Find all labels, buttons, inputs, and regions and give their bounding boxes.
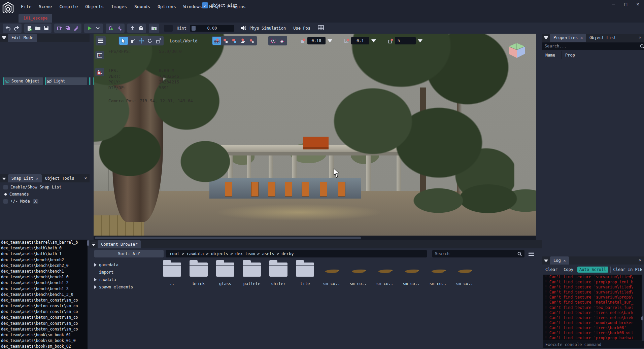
move-step-icon[interactable] bbox=[299, 37, 307, 45]
chevron-down-icon[interactable] bbox=[371, 39, 376, 42]
snap-list-item[interactable]: dex_team\asets\book\sm_book_02 bbox=[0, 344, 88, 349]
snap-face-icon[interactable] bbox=[239, 37, 247, 45]
use-pos-toggle[interactable]: Use Pos bbox=[293, 26, 310, 31]
view-options-icon[interactable] bbox=[529, 252, 534, 256]
snap-list-item[interactable]: dex_team\asets\bench\bench1 bbox=[0, 269, 88, 274]
viewport-menu-icon[interactable] bbox=[96, 37, 105, 45]
folder-tile[interactable]: tile bbox=[295, 259, 315, 286]
asset-sm-co[interactable]: sm_co.. bbox=[401, 259, 422, 286]
rotate-icon[interactable] bbox=[145, 37, 154, 45]
snap-list-item[interactable]: dex_team\asets\beton_constr\sm_co bbox=[0, 321, 88, 326]
object-add-icon[interactable] bbox=[107, 25, 115, 32]
expand-arrow-icon[interactable] bbox=[94, 285, 97, 289]
angle-step-icon[interactable] bbox=[342, 37, 351, 45]
bbox-select-icon[interactable] bbox=[269, 37, 278, 45]
scrollbar-thumb[interactable] bbox=[95, 237, 361, 239]
tab-snap-list[interactable]: Snap List✕ bbox=[8, 174, 42, 182]
save-icon[interactable] bbox=[42, 25, 50, 32]
select-icon[interactable] bbox=[119, 37, 128, 45]
snap-list-item[interactable]: dex_team\asets\beton_constr\sm_co bbox=[0, 315, 88, 320]
object-drop-icon[interactable] bbox=[115, 25, 124, 32]
log-output[interactable]: ! Can't find texture 'survarium\tiled\! … bbox=[543, 275, 642, 341]
ghost-icon[interactable] bbox=[137, 25, 145, 32]
checkbox-icon[interactable] bbox=[3, 185, 8, 189]
file-list-scrollbar[interactable] bbox=[87, 240, 89, 246]
sort-button[interactable]: Sort: A→Z bbox=[94, 250, 164, 257]
expand-arrow-icon[interactable] bbox=[94, 263, 97, 267]
scale-step-value[interactable]: 5 bbox=[395, 37, 416, 44]
snap-list-item[interactable]: dex_team\asets\beton_constr\sm_co bbox=[0, 326, 88, 332]
tab-close-icon[interactable]: ✕ bbox=[564, 258, 566, 263]
new-file-icon[interactable] bbox=[25, 25, 34, 32]
asset-sm-co[interactable]: sm_co.. bbox=[428, 259, 448, 286]
hint-toggle-box[interactable] bbox=[164, 25, 173, 32]
menu-options[interactable]: Options bbox=[158, 4, 176, 9]
open-folder-icon[interactable] bbox=[34, 25, 42, 32]
commands-item[interactable]: Commands bbox=[3, 192, 90, 197]
snap-vertex-icon[interactable] bbox=[230, 37, 239, 45]
log-autoscroll-button[interactable]: Auto Scroll bbox=[577, 267, 608, 273]
breadcrumb[interactable]: root > rawdata > objects > dex_team > as… bbox=[166, 250, 427, 257]
scale-icon[interactable] bbox=[154, 37, 163, 45]
snap-list-item[interactable]: dex_team\asets\bench\bench1_3_0 bbox=[0, 292, 88, 298]
close-button[interactable]: ✕ bbox=[637, 1, 639, 7]
menu-images[interactable]: Images bbox=[111, 4, 127, 9]
phys-simulation-toggle[interactable]: Phys Simulation bbox=[240, 26, 286, 31]
snap-list-item[interactable]: dex_team\asets\bench\bench1_2 bbox=[0, 280, 88, 286]
plane-select-icon[interactable] bbox=[278, 37, 286, 45]
panel-close-icon[interactable]: ✕ bbox=[639, 35, 641, 40]
collapse-icon[interactable] bbox=[2, 177, 6, 180]
axis-gizmo-cube[interactable] bbox=[507, 42, 526, 59]
chevron-down-icon[interactable] bbox=[418, 39, 422, 42]
expand-arrow-icon[interactable] bbox=[94, 278, 97, 281]
menu-scene[interactable]: Scene bbox=[39, 4, 52, 9]
snap-list-item[interactable]: dex_team\asets\bench\becnh2 bbox=[0, 257, 88, 263]
collapse-icon[interactable] bbox=[92, 243, 96, 246]
chevron-down-icon[interactable] bbox=[328, 39, 332, 42]
snap-list-item[interactable]: dex_team\asets\beton_constr\sm_co bbox=[0, 309, 88, 315]
collapse-icon[interactable] bbox=[544, 259, 548, 262]
folder-sync-icon[interactable] bbox=[150, 25, 158, 32]
edit-mode-sound-source[interactable]: Sound Source bbox=[89, 77, 91, 85]
snap-list-item[interactable]: dex_team\asets\barrel\sm_barrel_b bbox=[0, 240, 88, 245]
snap-list-item[interactable]: dex_team\asets\bath\bath_0 bbox=[0, 245, 88, 251]
folder-shifer[interactable]: shifer bbox=[268, 259, 289, 286]
tree-item-spawn-elements[interactable]: spawn elements bbox=[94, 283, 158, 291]
tab-object-list[interactable]: Object List bbox=[586, 34, 619, 42]
panel-close-icon[interactable]: ✕ bbox=[84, 176, 87, 180]
angle-step-value[interactable]: 0.1 bbox=[351, 37, 369, 44]
content-browser-tab[interactable]: Content Browser bbox=[98, 240, 141, 248]
menu-windows[interactable]: Windows bbox=[183, 4, 202, 9]
snap-list-item[interactable]: dex_team\asets\book\sm_book_01_0 bbox=[0, 338, 88, 344]
tree-item-rawdata[interactable]: rawdata bbox=[94, 276, 158, 283]
asset-sm-co[interactable]: sm_co.. bbox=[374, 259, 395, 286]
edit-mode-light[interactable]: Light bbox=[45, 77, 87, 85]
folder-[interactable]: .. bbox=[162, 259, 182, 286]
asset-sm-co[interactable]: sm_co.. bbox=[321, 259, 342, 286]
pick-object-icon[interactable] bbox=[128, 37, 137, 45]
viewport-horizontal-scrollbar[interactable] bbox=[94, 236, 536, 240]
snap-object-icon[interactable] bbox=[221, 37, 230, 45]
snap-list-item[interactable]: dex_team\asets\bath\bath_1 bbox=[0, 251, 88, 257]
checkbox-icon[interactable] bbox=[3, 199, 8, 204]
panel-close-icon[interactable]: ✕ bbox=[639, 258, 641, 263]
library-import-icon[interactable] bbox=[64, 25, 72, 32]
move-step-value[interactable]: 0.10 bbox=[307, 37, 326, 44]
tab-101-escape[interactable]: 101_escape bbox=[19, 14, 52, 23]
mode-clear-button[interactable]: X bbox=[33, 199, 38, 204]
snap-list-item[interactable]: dex_team\asets\beton_constr\sm_co bbox=[0, 303, 88, 309]
snap-list-item[interactable]: dex_team\asets\beton_constr\sm_co bbox=[0, 298, 88, 303]
column-name[interactable]: Name bbox=[542, 53, 562, 58]
tab-close-icon[interactable]: ✕ bbox=[580, 36, 583, 40]
snap-list-item[interactable]: dex_team\asets\bench\bench1_3 bbox=[0, 286, 88, 292]
grid-table-icon[interactable] bbox=[318, 25, 324, 31]
asset-sm-co[interactable]: sm_co.. bbox=[454, 259, 475, 286]
coord-mode-dropdown[interactable]: Local/World bbox=[166, 38, 201, 43]
folder-pallete[interactable]: pallete bbox=[241, 259, 262, 286]
log-copy-button[interactable]: Copy bbox=[562, 267, 575, 273]
scale-step-icon[interactable] bbox=[386, 37, 395, 45]
library-edit-icon[interactable] bbox=[72, 25, 80, 32]
object-list-toggle[interactable]: ✓ Object List bbox=[202, 2, 237, 8]
collapse-icon[interactable] bbox=[2, 36, 6, 39]
minimize-button[interactable]: ─ bbox=[612, 1, 615, 7]
